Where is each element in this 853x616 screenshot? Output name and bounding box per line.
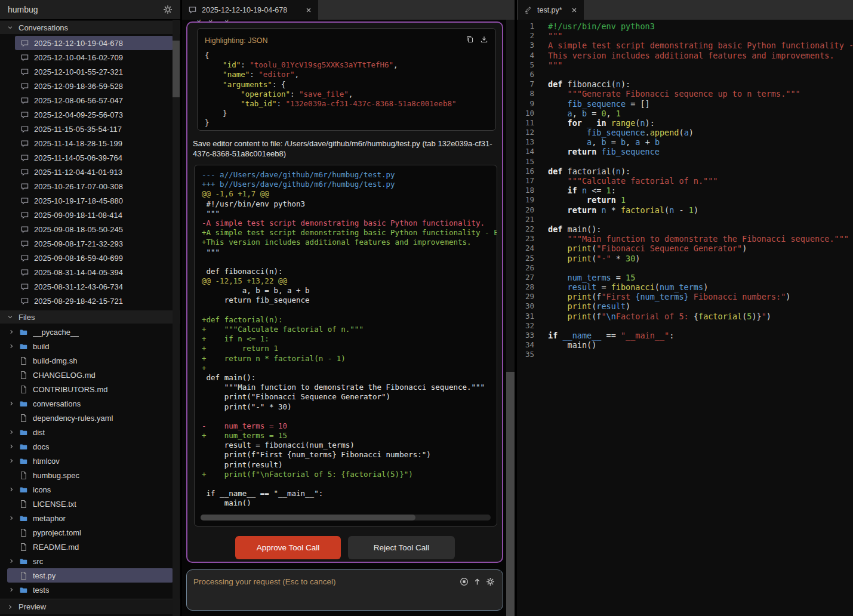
conversation-item[interactable]: 2025-11-14-05-06-39-764 <box>15 150 173 165</box>
file-item[interactable]: build-dmg.sh <box>7 353 173 368</box>
folder-item[interactable]: metaphor <box>7 511 173 525</box>
diff-line: """ <box>202 248 489 257</box>
chevron-right-icon <box>8 587 14 593</box>
copy-icon[interactable] <box>466 35 474 44</box>
conversation-label: 2025-09-08-18-05-50-245 <box>34 225 123 234</box>
line-number: 29 <box>517 292 534 301</box>
close-icon[interactable] <box>571 7 578 14</box>
folder-icon <box>19 485 28 494</box>
conversation-item[interactable]: 2025-12-10-04-16-02-709 <box>15 50 173 64</box>
indent-spacer <box>8 544 14 550</box>
file-item[interactable]: test.py <box>7 568 173 583</box>
diff-line: a, b = b, a + b <box>202 286 489 295</box>
folder-item[interactable]: htmlcov <box>7 454 173 468</box>
editor-tab[interactable]: test.py* <box>518 0 584 20</box>
file-item[interactable]: README.md <box>7 540 173 554</box>
folder-item[interactable]: docs <box>7 439 173 454</box>
file-item[interactable]: humbug.spec <box>7 468 173 482</box>
code-editor[interactable]: 1#!/usr/bin/env python32"""3A simple tes… <box>517 20 853 616</box>
chat-bubble-icon <box>20 268 29 277</box>
download-icon[interactable] <box>480 35 488 44</box>
chat-bubble-icon <box>20 96 29 105</box>
line-number: 20 <box>517 205 534 215</box>
stop-icon[interactable] <box>460 577 469 586</box>
code-line: 7def fibonacci(n): <box>517 79 853 89</box>
folder-item[interactable]: tests <box>7 583 173 597</box>
code-line: 14 return fib_sequence <box>517 147 853 156</box>
code-line: 3A simple test script demonstrating basi… <box>517 41 853 50</box>
diff-line: + num_terms = 15 <box>202 431 489 441</box>
input-settings-gear-icon[interactable] <box>486 577 495 586</box>
folder-item[interactable]: src <box>7 554 173 568</box>
reject-tool-call-button[interactable]: Reject Tool Call <box>348 536 455 559</box>
conversation-item[interactable]: 2025-12-10-01-55-27-321 <box>15 64 173 79</box>
files-section-label: Files <box>19 313 35 322</box>
line-number: 31 <box>517 312 534 321</box>
json-line: "operation": "save_file", <box>205 90 488 99</box>
preview-section-header[interactable]: Preview <box>0 599 180 614</box>
code-line: 25 print("-" * 30) <box>517 254 853 263</box>
conversation-item[interactable]: 2025-09-08-18-05-50-245 <box>15 222 173 236</box>
sidebar-scrollbar-thumb[interactable] <box>173 41 180 97</box>
line-number: 13 <box>517 137 534 147</box>
chat-bubble-icon <box>20 225 29 234</box>
diff-line: print("-" * 30) <box>202 402 489 412</box>
folder-item[interactable]: dist <box>7 425 173 439</box>
conversations-section-header[interactable]: Conversations <box>0 21 180 34</box>
line-number: 14 <box>517 147 534 156</box>
indent-spacer <box>8 501 14 507</box>
conversation-panel: 2025-12-12-10-19-04-678 Highlighting: Hi… <box>182 0 515 616</box>
chat-input[interactable]: Processing your request (Esc to cancel) <box>186 569 503 611</box>
conversation-tab[interactable]: 2025-12-12-10-19-04-678 <box>182 0 318 20</box>
conversation-item[interactable]: 2025-09-08-16-59-40-699 <box>15 251 173 265</box>
files-section-header[interactable]: Files <box>0 310 180 324</box>
diff-line: print("Fibonacci Sequence Generator") <box>202 392 489 402</box>
folder-item[interactable]: build <box>7 339 173 353</box>
json-line: } <box>205 109 488 118</box>
conversation-item[interactable]: 2025-11-15-05-35-54-117 <box>15 122 173 136</box>
file-icon <box>19 543 28 552</box>
conversation-item[interactable]: 2025-08-29-18-42-15-721 <box>15 294 173 308</box>
indent-spacer <box>8 472 14 478</box>
json-line: } <box>205 118 488 128</box>
submit-up-arrow-icon[interactable] <box>473 577 482 586</box>
conversation-item[interactable]: 2025-09-09-18-11-08-414 <box>15 208 173 222</box>
folder-item[interactable]: conversations <box>7 396 173 411</box>
folder-item[interactable]: icons <box>7 482 173 497</box>
conversation-item[interactable]: 2025-08-31-14-04-05-394 <box>15 265 173 279</box>
chat-bubble-icon <box>20 196 29 205</box>
file-item[interactable]: CHANGELOG.md <box>7 368 173 382</box>
chat-bubble-icon <box>188 5 197 14</box>
file-item[interactable]: dependency-rules.yaml <box>7 411 173 425</box>
conversation-item[interactable]: 2025-12-04-09-25-56-073 <box>15 107 173 122</box>
diff-horizontal-scrollbar-thumb[interactable] <box>201 515 415 520</box>
code-line: 12 fib_sequence.append(a) <box>517 128 853 137</box>
chevron-right-icon <box>8 429 14 435</box>
diff-line: +def factorial(n): <box>202 315 489 325</box>
line-number: 21 <box>517 215 534 224</box>
file-icon <box>19 500 28 509</box>
conversation-item[interactable]: 2025-09-08-17-21-32-293 <box>15 236 173 251</box>
line-number: 25 <box>517 254 534 263</box>
settings-gear-icon[interactable] <box>163 5 173 14</box>
file-item[interactable]: LICENSE.txt <box>7 497 173 511</box>
conversation-item[interactable]: 2025-12-08-06-56-57-047 <box>15 93 173 107</box>
close-icon[interactable] <box>305 7 312 14</box>
folder-item[interactable]: __pycache__ <box>7 325 173 339</box>
conversation-item[interactable]: 2025-10-26-17-07-00-308 <box>15 179 173 193</box>
conversation-label: 2025-09-08-17-21-32-293 <box>34 239 123 248</box>
file-item[interactable]: CONTRIBUTORS.md <box>7 382 173 396</box>
line-number: 6 <box>517 70 534 79</box>
conversation-item[interactable]: 2025-10-19-17-18-45-880 <box>15 193 173 208</box>
conversation-item[interactable]: 2025-11-12-04-41-01-913 <box>15 165 173 179</box>
file-item[interactable]: pyproject.toml <box>7 525 173 540</box>
conversation-item[interactable]: 2025-08-31-12-43-06-734 <box>15 279 173 294</box>
sidebar-header: humbug <box>0 0 180 20</box>
chat-bubble-icon <box>20 254 29 263</box>
conversation-item[interactable]: 2025-12-12-10-19-04-678 <box>15 36 173 50</box>
approve-tool-call-button[interactable]: Approve Tool Call <box>235 536 341 559</box>
conversation-scrollbar-thumb[interactable] <box>506 372 515 616</box>
conversation-item[interactable]: 2025-11-14-18-28-15-199 <box>15 136 173 150</box>
conversation-item[interactable]: 2025-12-09-18-36-59-528 <box>15 79 173 93</box>
folder-icon <box>19 342 28 351</box>
